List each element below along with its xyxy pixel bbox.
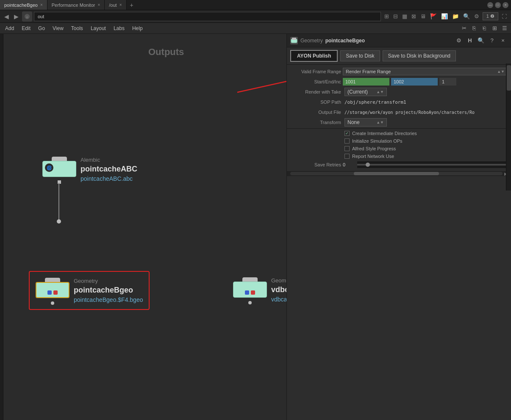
network-view[interactable]: Outputs 🌀 Alem [0,34,286,420]
toolbar-icons: ✂ ⎘ ⎗ ⊞ ☰ [459,24,509,33]
menu-help[interactable]: Help [129,24,146,33]
main-area: Outputs 🌀 Alem [0,34,511,420]
save-retries-value: 0 [343,162,355,167]
menu-labs[interactable]: Labs [110,24,128,33]
take-dropdown-arrow: ▲▼ [376,90,384,94]
paste-icon[interactable]: ⎗ [480,24,489,33]
transform-dropdown[interactable]: None ▲▼ [344,118,387,127]
tab-label-1: Performance Monitor [52,3,95,8]
panel-info-icon[interactable]: ? [487,36,497,45]
forward-button[interactable]: ▶ [12,12,20,21]
panel-geometry-icon [290,37,298,44]
grid-icon-3[interactable]: ▦ [400,12,409,20]
start-value-input[interactable] [343,78,389,86]
render-with-take-dropdown[interactable]: (Current) ▲▼ [344,88,387,96]
tab-close-1[interactable]: × [97,3,100,7]
grid-view-icon[interactable]: ⊞ [490,24,499,33]
panel-vertical-scrollbar[interactable] [506,64,511,191]
checkbox-alfred: Alfred Style Progress [287,145,511,152]
address-input[interactable] [34,12,381,21]
output-file-row: Output File //storage/work/ayon_projects… [287,107,511,117]
window-controls: — □ × [487,2,511,8]
panel-help-h-icon[interactable]: H [465,36,475,45]
save-retries-label: Save Retries [290,162,341,167]
render-with-take-row: Render with Take (Current) ▲▼ [287,87,511,97]
inc-value-input[interactable] [439,78,456,86]
vdb-node-file: vdbcacheVDB.$F4.vdb [271,296,286,303]
end-value-input[interactable] [391,78,438,86]
selected-node-wrapper[interactable]: Geometry pointcacheBgeo pointcacheBgeo.$… [29,271,150,310]
panel-close-icon[interactable]: × [498,36,508,45]
transform-value: None [347,119,360,125]
menu-layout[interactable]: Layout [87,24,109,33]
chart-icon[interactable]: 📊 [439,12,450,20]
panel-settings-icon[interactable]: ⚙ [454,36,464,45]
maximize-button[interactable]: □ [495,2,501,8]
node-vdb[interactable]: Geometry vdbcacheVDB vdbcacheVDB.$F4.vdb [233,277,286,303]
monitor-icon[interactable]: 🖥 [419,12,428,20]
horizontal-scrollbar[interactable]: ▶ [287,171,511,176]
tab-label-2: /out [109,3,117,8]
search-icon[interactable]: 🔍 [461,12,472,20]
checkbox-create-dirs-input[interactable] [344,131,350,136]
list-view-icon[interactable]: ☰ [500,24,509,33]
output-file-value: //storage/work/ayon_projects/RoboAyon/ch… [344,110,508,115]
svg-line-3 [237,75,286,92]
checkbox-network: Report Network Use [287,152,511,160]
back-button[interactable]: ◀ [3,12,11,21]
tab-close-2[interactable]: × [119,3,122,7]
gem-red [53,290,58,295]
grid-icon-2[interactable]: ⊟ [392,12,400,20]
grid-icon-4[interactable]: ⊠ [410,12,418,20]
menu-add[interactable]: Add [2,24,17,33]
outputs-label: Outputs [148,47,184,58]
copy-icon[interactable]: ⎘ [469,24,479,33]
tab-out[interactable]: /out × [105,0,126,10]
properties-panel: Valid Frame Range Render Frame Range ▲▼ … [287,65,511,420]
tab-performance-monitor[interactable]: Performance Monitor × [47,0,105,10]
panel-zoom-icon[interactable]: 🔍 [476,36,486,45]
panel-geometry-label: Geometry [300,38,323,44]
node-alembic-pointcacheabc[interactable]: 🌀 Alembic pointcacheABC pointcacheABC.ab… [42,157,137,182]
maximize-icon[interactable]: ⛶ [500,13,508,20]
cut-icon[interactable]: ✂ [459,24,469,33]
checkbox-create-dirs: Create Intermediate Directories [287,130,511,137]
vdb-gem-blue [245,290,249,295]
folder-icon[interactable]: 📁 [450,12,461,20]
start-end-inc-row: Start/End/Inc [287,77,511,87]
close-button[interactable]: × [503,2,508,8]
menu-edit[interactable]: Edit [18,24,34,33]
workspace-counter[interactable]: 1 ❷ [483,12,498,20]
tab-close-0[interactable]: × [40,3,43,7]
gem-blue [47,290,52,295]
sop-path-label: SOP Path [290,99,341,105]
tab-add-button[interactable]: + [127,2,137,8]
grid-icon-1[interactable]: ⊞ [383,12,391,20]
connection-line [58,183,59,221]
toolbar-right-icons: ⊞ ⊟ ▦ ⊠ 🖥 🚩 📊 📁 🔍 ⚙ [383,12,481,20]
menu-go[interactable]: Go [35,24,48,33]
transform-row: Transform None ▲▼ [287,117,511,127]
menu-view[interactable]: View [49,24,67,33]
abc-node-badge: 🌀 [45,163,53,172]
abc-node-name: pointcacheABC [81,165,137,174]
save-to-disk-button[interactable]: Save to Disk [340,50,380,61]
minimize-button[interactable]: — [487,2,493,8]
checkbox-alfred-input[interactable] [344,146,350,151]
save-to-disk-bg-button[interactable]: Save to Disk in Background [383,50,456,61]
home-icon[interactable]: ⌂ [22,11,32,22]
save-retries-slider[interactable] [357,161,508,168]
tab-pointcachebgeo[interactable]: pointcacheBgeo × [0,0,47,10]
menu-tools[interactable]: Tools [68,24,86,33]
valid-frame-range-row: Valid Frame Range Render Frame Range ▲▼ [287,66,511,77]
transform-dropdown-arrow: ▲▼ [376,120,384,124]
checkbox-network-input[interactable] [344,154,350,159]
abc-node-info: Alembic pointcacheABC pointcacheABC.abc [81,157,137,182]
tab-bar: pointcacheBgeo × Performance Monitor × /… [0,0,511,10]
checkbox-init-sim-input[interactable] [344,138,350,144]
flag-icon[interactable]: 🚩 [428,12,439,20]
valid-frame-range-dropdown[interactable]: Render Frame Range ▲▼ [343,68,508,75]
vdb-node-info: Geometry vdbcacheVDB vdbcacheVDB.$F4.vdb [271,277,286,303]
settings-icon[interactable]: ⚙ [472,12,481,20]
ayon-publish-button[interactable]: AYON Publish [290,50,338,62]
